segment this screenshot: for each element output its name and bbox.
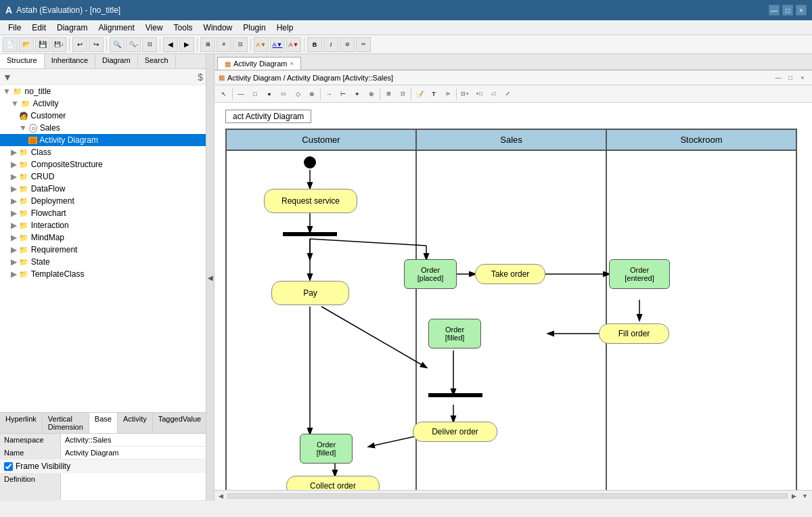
- flow-tool[interactable]: →: [322, 87, 336, 101]
- align-button[interactable]: ≡: [217, 37, 231, 52]
- snap-button[interactable]: ⊡: [233, 37, 248, 52]
- save-button[interactable]: 💾: [35, 37, 50, 52]
- close-button[interactable]: ×: [796, 5, 807, 16]
- prop-tab-vertical[interactable]: Vertical Dimension: [43, 413, 89, 433]
- line-tool[interactable]: —: [234, 87, 248, 101]
- menu-file[interactable]: File: [3, 22, 26, 34]
- panel-divider[interactable]: ◀: [206, 54, 215, 501]
- font-color[interactable]: A▼: [286, 37, 301, 52]
- tab-inheritance[interactable]: Inheritance: [45, 54, 95, 68]
- nav-back[interactable]: ◀: [163, 37, 178, 52]
- text-tool[interactable]: T: [427, 87, 441, 101]
- node-order-entered[interactable]: Order[entered]: [609, 259, 670, 289]
- send-signal[interactable]: ⊕: [365, 87, 378, 101]
- tree-item-state[interactable]: ▶ 📁 State: [0, 256, 206, 268]
- bottom-scrollbar[interactable]: ◀ ▶ ▼: [215, 490, 812, 501]
- tab-diagram[interactable]: Diagram: [95, 54, 138, 68]
- menu-window[interactable]: Window: [198, 22, 238, 34]
- decision-tool[interactable]: ◇: [291, 87, 304, 101]
- redo-button[interactable]: ↪: [89, 37, 104, 52]
- zoom-out-button[interactable]: 🔍-: [126, 37, 141, 52]
- action-tool[interactable]: ▭: [277, 87, 290, 101]
- maximize-button[interactable]: □: [782, 5, 793, 16]
- grid-button[interactable]: ⊞: [200, 37, 215, 52]
- frame-visibility-checkbox[interactable]: [4, 462, 13, 471]
- prop-value-name[interactable]: Activity Diagram: [61, 447, 206, 459]
- new-button[interactable]: 📄: [3, 37, 18, 52]
- prop-tab-base[interactable]: Base: [89, 413, 118, 433]
- tree-item-customer[interactable]: 🧑 Customer: [0, 110, 206, 122]
- note-tool[interactable]: 📝: [413, 87, 426, 101]
- node-collect-order[interactable]: Collect order: [286, 476, 380, 490]
- fill-color[interactable]: A▼: [254, 37, 269, 52]
- tree-item-sales[interactable]: ▼ ○ Sales: [0, 122, 206, 134]
- zoom-fit-diag[interactable]: ⊡+: [458, 87, 472, 101]
- diagram-canvas[interactable]: act Activity Diagram Customer Sales Stoc…: [215, 103, 812, 490]
- fullscreen-tool[interactable]: ⤢: [501, 87, 514, 101]
- partition-tool[interactable]: ⊡: [396, 87, 409, 101]
- tree-item-interaction[interactable]: ▶ 📁 Interaction: [0, 219, 206, 231]
- swimlane-tool[interactable]: ⊞: [382, 87, 395, 101]
- prop-tab-activity[interactable]: Activity: [118, 413, 153, 433]
- tree-item-class[interactable]: ▶ 📁 Class: [0, 146, 206, 158]
- open-button[interactable]: 📂: [19, 37, 34, 52]
- menu-diagram[interactable]: Diagram: [51, 22, 93, 34]
- tree-item-mindmap[interactable]: ▶ 📁 MindMap: [0, 231, 206, 244]
- bold-button[interactable]: B: [307, 37, 322, 52]
- prop-value-definition[interactable]: [61, 473, 206, 500]
- fork-tool[interactable]: ⊢: [336, 87, 350, 101]
- undo-button[interactable]: ↩: [72, 37, 87, 52]
- menu-plugin[interactable]: Plugin: [238, 22, 271, 34]
- tab-activity-diagram[interactable]: ▦ Activity Diagram ×: [217, 57, 301, 70]
- line-color[interactable]: A▼: [270, 37, 285, 52]
- menu-view[interactable]: View: [140, 22, 168, 34]
- menu-alignment[interactable]: Alignment: [93, 22, 139, 34]
- tree-item-activity-diagram[interactable]: ▦ Activity Diagram: [0, 134, 206, 146]
- node-order-placed[interactable]: Order[placed]: [404, 259, 457, 289]
- rect-tool[interactable]: □: [248, 87, 262, 101]
- menu-edit[interactable]: Edit: [26, 22, 51, 34]
- tree-item-activity[interactable]: ▼ 📁 Activity: [0, 97, 206, 110]
- tab-close-icon[interactable]: ×: [290, 60, 293, 67]
- merge-tool[interactable]: ✦: [351, 87, 364, 101]
- node-pay[interactable]: Pay: [271, 281, 349, 305]
- header-close[interactable]: ×: [797, 72, 808, 83]
- menu-help[interactable]: Help: [271, 22, 299, 34]
- nav-fwd[interactable]: ▶: [179, 37, 194, 52]
- prop-tab-tagged[interactable]: TaggedValue: [153, 413, 207, 433]
- tree-item-dataflow[interactable]: ▶ 📁 DataFlow: [0, 183, 206, 195]
- misc-btn-2[interactable]: ✂: [356, 37, 371, 52]
- zoom-in-diag[interactable]: +□: [472, 87, 486, 101]
- filter-expand-icon[interactable]: $: [198, 72, 203, 83]
- tree-item-composite[interactable]: ▶ 📁 CompositeStructure: [0, 158, 206, 171]
- tree-item-no-title[interactable]: ▼ 📁 no_title: [0, 85, 206, 97]
- fit-button[interactable]: ⊡: [142, 37, 157, 52]
- node-deliver-order[interactable]: Deliver order: [413, 422, 497, 442]
- tree-item-crud[interactable]: ▶ 📁 CRUD: [0, 171, 206, 183]
- save-all-button[interactable]: 💾↓: [51, 37, 66, 52]
- tree-item-flowchart[interactable]: ▶ 📁 Flowchart: [0, 207, 206, 219]
- node-order-filled-customer[interactable]: Order[filled]: [300, 434, 353, 464]
- select-tool[interactable]: ↖: [217, 87, 231, 101]
- node-take-order[interactable]: Take order: [475, 264, 545, 284]
- header-minimize[interactable]: —: [773, 72, 784, 83]
- minimize-button[interactable]: —: [769, 5, 780, 16]
- tree-item-templateclass[interactable]: ▶ 📁 TemplateClass: [0, 268, 206, 280]
- end-node[interactable]: ⊗: [305, 87, 319, 101]
- zoom-out-diag[interactable]: -□: [487, 87, 500, 101]
- expand-tool[interactable]: ⊳: [441, 87, 455, 101]
- menu-tools[interactable]: Tools: [168, 22, 198, 34]
- italic-button[interactable]: I: [323, 37, 338, 52]
- misc-btn-1[interactable]: ⊘: [340, 37, 355, 52]
- zoom-in-button[interactable]: 🔍: [110, 37, 125, 52]
- tab-search[interactable]: Search: [138, 54, 176, 68]
- node-order-filled-sales[interactable]: Order[filled]: [428, 319, 481, 349]
- prop-tab-hyperlink[interactable]: Hyperlink: [0, 413, 43, 433]
- node-request-service[interactable]: Request service: [264, 189, 357, 213]
- tab-structure[interactable]: Structure: [0, 54, 45, 68]
- header-maximize[interactable]: □: [785, 72, 796, 83]
- tree-item-deployment[interactable]: ▶ 📁 Deployment: [0, 195, 206, 207]
- start-node[interactable]: ●: [263, 87, 276, 101]
- node-fill-order[interactable]: Fill order: [599, 323, 669, 344]
- window-controls[interactable]: — □ ×: [769, 5, 807, 16]
